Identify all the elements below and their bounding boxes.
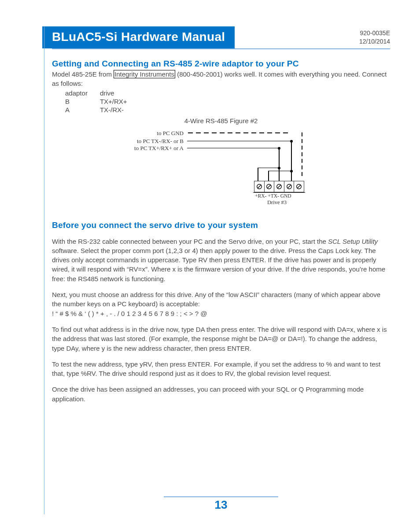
page-number: 13: [52, 498, 390, 512]
s2-p2: Next, you must choose an address for thi…: [52, 290, 390, 309]
jumper-rxplus-v: [258, 168, 258, 181]
screw-terminal-icon: [274, 181, 284, 192]
s2-p1a: With the RS-232 cable connected between …: [52, 238, 328, 245]
figure-caption: 4-Wire RS-485 Figure #2: [52, 117, 390, 125]
page-number-rule: [164, 496, 278, 497]
svg-line-1: [258, 185, 261, 188]
node-b: [290, 140, 293, 143]
wiring-diagram: to PC GND to PC TX-/RX- or B to PC TX+/R…: [126, 127, 316, 211]
s2-p5: Once the drive has been assigned an addr…: [52, 385, 390, 404]
tbl-h1: adaptor: [65, 89, 99, 97]
screw-terminal-icon: [284, 181, 295, 192]
doc-date: 12/10/2014: [359, 37, 390, 46]
s1-prefix: Model 485-25E from: [52, 70, 114, 78]
tbl-r1c2: TX+/RX+: [100, 98, 139, 105]
s2-p1-ital: SCL Setup Utility: [328, 238, 378, 245]
title-banner: BLuAC5-Si Hardware Manual: [42, 26, 235, 48]
page-footer: 13: [52, 496, 390, 512]
dashed-gnd-v: [302, 132, 302, 176]
label-gnd: to PC GND: [157, 130, 184, 137]
s2-p4: To test the new address, type yRV, then …: [52, 360, 390, 378]
doc-title: BLuAC5-Si Hardware Manual: [52, 30, 225, 44]
jumper-txminus-v: [291, 171, 292, 181]
tbl-r2c2: TX-/RX-: [100, 106, 139, 114]
section2-heading: Before you connect the servo drive to yo…: [52, 220, 390, 230]
terminal-block: [254, 181, 304, 192]
screw-terminal-icon: [254, 181, 265, 192]
label-b: to PC TX-/RX- or B: [137, 138, 184, 145]
jumper-minus-h: [268, 171, 291, 172]
s2-p1b: software. Select the proper comm port (1…: [52, 247, 385, 283]
jumper-txplus-v: [279, 168, 280, 181]
term-underline: [253, 192, 305, 193]
jumper-rxminus-v: [268, 171, 269, 181]
wire-a-v: [279, 148, 280, 168]
wire-a-h: [187, 148, 280, 149]
figure-wrap: to PC GND to PC TX-/RX- or B to PC TX+/R…: [52, 127, 390, 211]
tbl-r1c1: B: [65, 98, 99, 105]
adaptor-table: adaptor drive B TX+/RX+ A TX-/RX-: [64, 88, 140, 114]
svg-line-5: [277, 185, 281, 188]
s2-p1: With the RS-232 cable connected between …: [52, 237, 390, 283]
svg-line-3: [267, 185, 271, 188]
node-a: [278, 147, 280, 150]
label-a: to PC TX+/RX+ or A: [134, 145, 184, 152]
section1-heading: Getting and Connecting an RS-485 2-wire …: [52, 59, 390, 69]
dashed-gnd-h: [188, 132, 302, 133]
vertical-page-rule: [44, 26, 44, 514]
doc-meta: 920-0035E 12/10/2014: [359, 29, 390, 46]
jumper-plus-h: [258, 168, 279, 169]
integrity-instruments-link[interactable]: Integrity Instruments: [114, 70, 175, 78]
wire-b-v: [291, 141, 292, 171]
doc-number: 920-0035E: [359, 29, 390, 37]
screw-terminal-icon: [294, 181, 304, 192]
screw-terminal-icon: [265, 181, 275, 192]
section1-body: Model 485-25E from Integrity Instruments…: [52, 70, 390, 88]
drive-label: Drive #3: [267, 199, 287, 206]
s2-chars: ! “ # $ % & ‘ ( ) * + , - . / 0 1 2 3 4 …: [52, 309, 390, 318]
tbl-r2c1: A: [65, 106, 99, 114]
s2-p3: To find out what address is in the drive…: [52, 325, 390, 353]
pin-labels: +RX- +TX- GND: [255, 193, 291, 198]
svg-line-7: [287, 185, 291, 188]
svg-line-9: [297, 185, 301, 188]
wire-b-h: [187, 141, 292, 142]
tbl-h2: drive: [100, 89, 139, 97]
header-rule: [52, 48, 390, 49]
